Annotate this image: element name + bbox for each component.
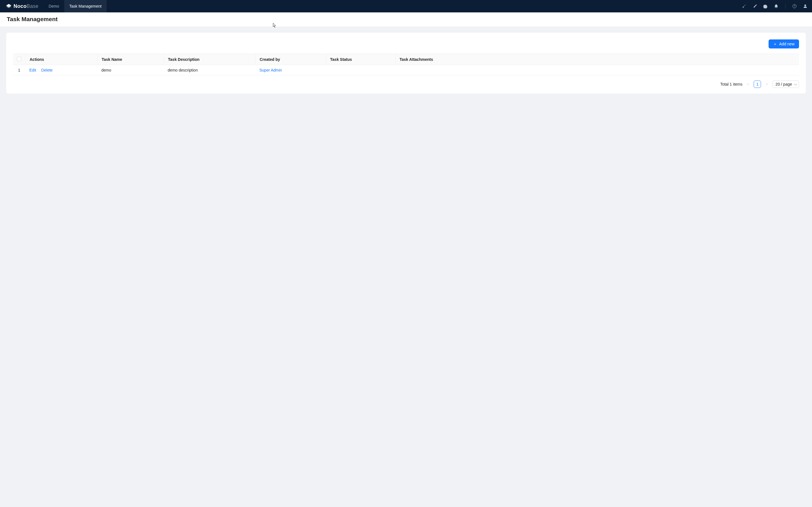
page-prev[interactable]: < <box>746 82 750 87</box>
row-actions-cell: Edit Delete <box>26 65 97 75</box>
delete-link[interactable]: Delete <box>41 68 52 72</box>
gear-icon[interactable] <box>763 4 768 8</box>
page-title: Task Management <box>0 12 812 26</box>
page-size-select[interactable]: 20 / page <box>772 80 799 88</box>
page-1[interactable]: 1 <box>754 80 761 88</box>
table-row[interactable]: 1 Edit Delete demo demo description Supe… <box>13 65 799 75</box>
add-new-button[interactable]: ＋ Add new <box>769 40 799 48</box>
column-task-name[interactable]: Task Name <box>97 54 163 65</box>
select-all-header <box>13 54 26 65</box>
bell-icon[interactable] <box>774 4 778 8</box>
card-toolbar: ＋ Add new <box>13 40 799 48</box>
created-by-link[interactable]: Super Admin <box>259 68 282 72</box>
content-area: ＋ Add new Actions Task Name Task Descrip… <box>0 26 812 100</box>
cell-created-by: Super Admin <box>255 65 326 75</box>
column-task-status[interactable]: Task Status <box>326 54 395 65</box>
column-actions[interactable]: Actions <box>26 54 97 65</box>
header-divider <box>785 4 785 9</box>
plus-icon: ＋ <box>773 42 777 46</box>
nav-item-label: Demo <box>49 4 59 8</box>
column-created-by[interactable]: Created by <box>255 54 326 65</box>
select-all-checkbox[interactable] <box>17 57 21 61</box>
cell-task-name: demo <box>97 65 163 75</box>
highlight-icon[interactable] <box>742 4 746 8</box>
nav-item-demo[interactable]: Demo <box>43 0 64 12</box>
page-next[interactable]: > <box>765 82 768 87</box>
pagination-total: Total 1 items <box>720 82 743 87</box>
row-index: 1 <box>13 65 26 75</box>
pagination: Total 1 items < 1 > 20 / page <box>13 80 799 88</box>
column-task-description[interactable]: Task Description <box>164 54 255 65</box>
brush-icon[interactable] <box>753 4 757 8</box>
table-card: ＋ Add new Actions Task Name Task Descrip… <box>6 33 806 94</box>
top-nav: Demo Task Management <box>43 0 107 12</box>
button-label: Add new <box>779 42 795 46</box>
help-icon[interactable] <box>792 4 797 8</box>
cell-task-attachments <box>395 65 799 75</box>
edit-link[interactable]: Edit <box>29 68 36 72</box>
header-actions <box>742 4 808 9</box>
logo-text: NocoBase <box>13 3 38 9</box>
cell-task-status <box>326 65 395 75</box>
logo-icon <box>6 4 12 8</box>
app-header: NocoBase Demo Task Management <box>0 0 812 12</box>
logo[interactable]: NocoBase <box>6 3 38 9</box>
nav-item-task-management[interactable]: Task Management <box>64 0 107 12</box>
tasks-table: Actions Task Name Task Description Creat… <box>13 54 799 75</box>
nav-item-label: Task Management <box>69 4 101 8</box>
table-header-row: Actions Task Name Task Description Creat… <box>13 54 799 65</box>
column-task-attachments[interactable]: Task Attachments <box>395 54 799 65</box>
cell-task-description: demo description <box>164 65 255 75</box>
user-icon[interactable] <box>803 4 808 8</box>
